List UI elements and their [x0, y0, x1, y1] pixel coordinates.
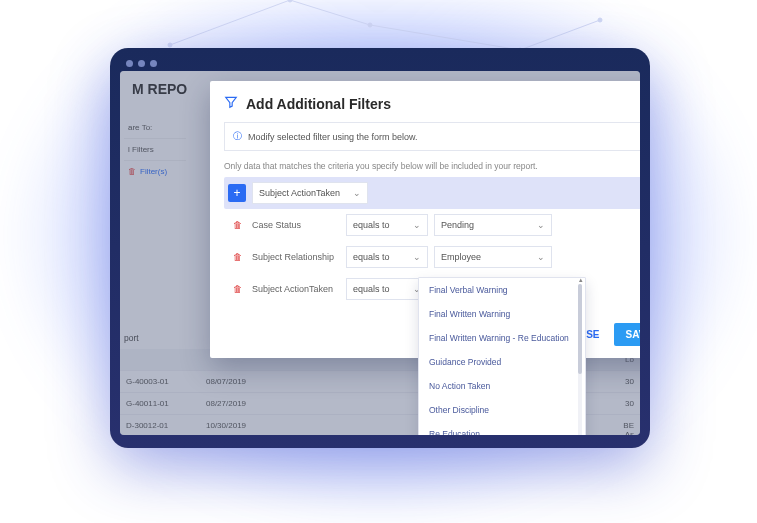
window-controls: [120, 56, 640, 71]
chevron-down-icon: ⌄: [413, 252, 421, 262]
svg-line-5: [170, 0, 290, 45]
value-dropdown[interactable]: ▴ Final Verbal Warning Final Written War…: [418, 277, 586, 435]
filter-field-label: Subject ActionTaken: [252, 284, 340, 295]
value-select[interactable]: Pending⌄: [434, 214, 552, 236]
save-button[interactable]: SAVE: [614, 323, 641, 346]
remove-filter-button[interactable]: 🗑: [228, 216, 246, 234]
help-text: Only data that matches the criteria you …: [224, 161, 640, 171]
chevron-down-icon: ⌄: [413, 220, 421, 230]
scroll-up-icon[interactable]: ▴: [579, 276, 583, 284]
svg-line-7: [370, 25, 520, 50]
add-filter-row: + Subject ActionTaken ⌄: [224, 177, 640, 209]
device-frame: M REPO are To: l Filters 🗑 Filter(s) por…: [110, 48, 650, 448]
chevron-down-icon: ⌄: [537, 220, 545, 230]
info-bar: ⓘ Modify selected filter using the form …: [224, 122, 640, 151]
dropdown-option[interactable]: Final Written Warning: [419, 302, 585, 326]
operator-select[interactable]: equals to⌄: [346, 278, 428, 300]
svg-line-6: [290, 0, 370, 25]
info-icon: ⓘ: [233, 130, 242, 143]
svg-line-8: [520, 20, 600, 50]
remove-filter-button[interactable]: 🗑: [228, 280, 246, 298]
add-field-select[interactable]: Subject ActionTaken ⌄: [252, 182, 368, 204]
operator-select[interactable]: equals to⌄: [346, 214, 428, 236]
dropdown-option[interactable]: Other Discipline: [419, 398, 585, 422]
dropdown-option[interactable]: Guidance Provided: [419, 350, 585, 374]
add-filter-button[interactable]: +: [228, 184, 246, 202]
operator-select[interactable]: equals to⌄: [346, 246, 428, 268]
filter-row: 🗑 Subject Relationship equals to⌄ Employ…: [224, 241, 640, 273]
value-select[interactable]: Employee⌄: [434, 246, 552, 268]
chevron-down-icon: ⌄: [537, 252, 545, 262]
remove-filter-button[interactable]: 🗑: [228, 248, 246, 266]
dropdown-option[interactable]: Final Written Warning - Re Education: [419, 326, 585, 350]
dropdown-option[interactable]: Re Education: [419, 422, 585, 435]
dropdown-option[interactable]: No Action Taken: [419, 374, 585, 398]
filter-field-label: Subject Relationship: [252, 252, 340, 263]
scrollbar-thumb[interactable]: [578, 284, 582, 374]
app-window: M REPO are To: l Filters 🗑 Filter(s) por…: [120, 71, 640, 435]
modal-title: Add Additional Filters: [224, 95, 640, 112]
dropdown-option[interactable]: Final Verbal Warning: [419, 278, 585, 302]
chevron-down-icon: ⌄: [353, 188, 361, 198]
filter-field-label: Case Status: [252, 220, 340, 231]
funnel-icon: [224, 95, 238, 112]
filter-row: 🗑 Case Status equals to⌄ Pending⌄: [224, 209, 640, 241]
